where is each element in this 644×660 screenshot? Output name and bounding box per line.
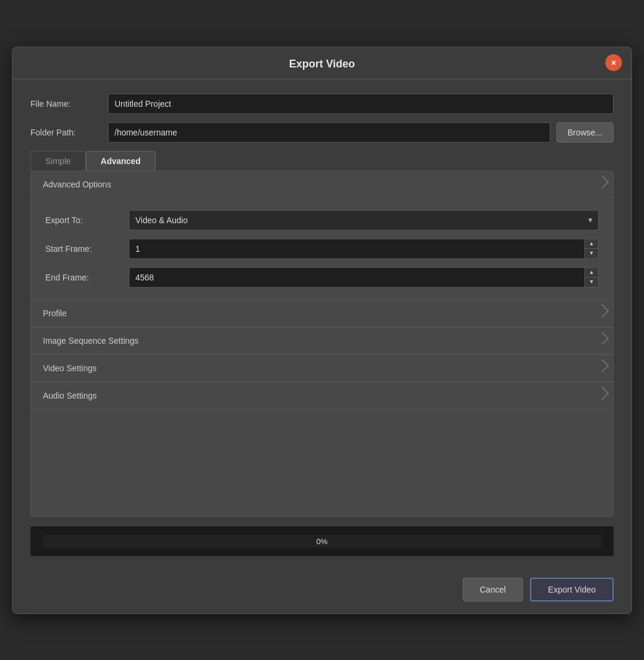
end-frame-row: End Frame: ▲ ▼: [45, 267, 599, 288]
video-settings-section-header[interactable]: Video Settings: [31, 355, 613, 382]
dialog-title: Export Video: [289, 58, 355, 70]
video-settings-corner-icon: [596, 359, 609, 372]
file-name-input[interactable]: [108, 94, 614, 114]
advanced-options-section-header[interactable]: Advanced Options: [31, 171, 613, 198]
image-sequence-section: Image Sequence Settings: [31, 328, 613, 355]
end-frame-input[interactable]: [129, 267, 584, 288]
start-frame-spinbox: ▲ ▼: [129, 239, 599, 259]
audio-settings-section: Audio Settings: [31, 383, 613, 409]
dialog-body: File Name: Folder Path: Browse... Simple…: [13, 79, 631, 568]
image-sequence-corner-icon: [596, 331, 609, 345]
export-to-row: Export To: Video & Audio Video Only Audi…: [45, 210, 599, 230]
profile-corner-icon: [596, 304, 609, 317]
folder-path-row: Folder Path: Browse...: [30, 122, 614, 143]
dialog-footer: Cancel Export Video: [13, 568, 631, 613]
video-settings-section: Video Settings: [31, 355, 613, 383]
end-frame-up-button[interactable]: ▲: [585, 268, 598, 278]
export-to-wrapper: Video & Audio Video Only Audio Only Imag…: [129, 210, 599, 230]
start-frame-down-button[interactable]: ▼: [585, 249, 598, 258]
file-name-row: File Name:: [30, 94, 614, 114]
end-frame-spinbox-buttons: ▲ ▼: [584, 267, 599, 288]
title-bar: Export Video ×: [13, 47, 631, 79]
audio-settings-label: Audio Settings: [43, 391, 97, 400]
export-to-select[interactable]: Video & Audio Video Only Audio Only Imag…: [129, 210, 599, 230]
video-settings-label: Video Settings: [43, 363, 97, 373]
progress-bar-container: 0%: [42, 535, 602, 548]
close-button[interactable]: ×: [605, 54, 622, 71]
close-icon: ×: [611, 58, 616, 67]
tab-content-advanced: Advanced Options Export To: Video & Audi…: [30, 171, 614, 517]
export-video-dialog: Export Video × File Name: Folder Path: B…: [12, 47, 632, 614]
cancel-button[interactable]: Cancel: [463, 578, 524, 602]
start-frame-input[interactable]: [129, 239, 584, 259]
advanced-options-content: Export To: Video & Audio Video Only Audi…: [31, 198, 613, 300]
export-to-label: Export To:: [45, 215, 129, 225]
tab-advanced[interactable]: Advanced: [86, 151, 156, 171]
start-frame-label: Start Frame:: [45, 244, 129, 254]
profile-section-header[interactable]: Profile: [31, 300, 613, 327]
start-frame-spinbox-buttons: ▲ ▼: [584, 239, 599, 259]
folder-path-input[interactable]: [108, 122, 550, 143]
audio-settings-section-header[interactable]: Audio Settings: [31, 383, 613, 409]
image-sequence-section-header[interactable]: Image Sequence Settings: [31, 328, 613, 354]
end-frame-down-button[interactable]: ▼: [585, 277, 598, 287]
end-frame-label: End Frame:: [45, 273, 129, 282]
progress-area: 0%: [30, 526, 614, 556]
tabs-container: Simple Advanced Advanced Options Export …: [30, 151, 614, 517]
export-video-button[interactable]: Export Video: [530, 578, 614, 602]
browse-button[interactable]: Browse...: [556, 122, 614, 143]
start-frame-row: Start Frame: ▲ ▼: [45, 239, 599, 259]
tab-headers: Simple Advanced: [30, 151, 614, 171]
image-sequence-label: Image Sequence Settings: [43, 336, 138, 346]
start-frame-up-button[interactable]: ▲: [585, 239, 598, 249]
profile-section: Profile: [31, 300, 613, 328]
profile-label: Profile: [43, 309, 67, 318]
progress-label: 0%: [317, 536, 328, 545]
audio-settings-corner-icon: [596, 386, 609, 400]
section-corner-icon: [596, 175, 609, 189]
file-name-label: File Name:: [30, 99, 108, 109]
end-frame-spinbox: ▲ ▼: [129, 267, 599, 288]
advanced-options-label: Advanced Options: [43, 180, 111, 189]
folder-path-label: Folder Path:: [30, 128, 108, 137]
tab-simple[interactable]: Simple: [30, 151, 86, 171]
